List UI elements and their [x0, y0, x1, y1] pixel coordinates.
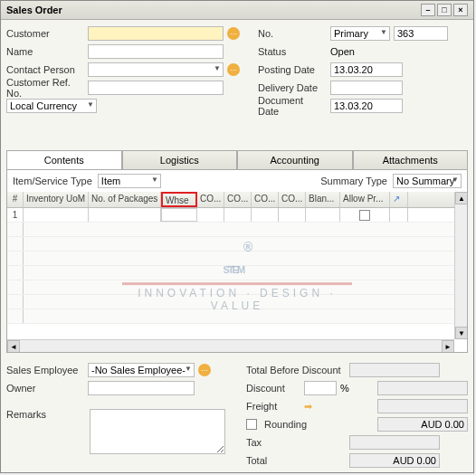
document-label: Document Date	[258, 95, 327, 117]
window-title: Sales Order	[6, 5, 62, 15]
tax-value	[349, 435, 440, 450]
name-input[interactable]	[88, 44, 224, 59]
summary-type-select[interactable]	[393, 174, 462, 188]
header-area: Customer ⋯ Name Contact Person ⋯ Custome…	[6, 25, 468, 114]
total-value	[349, 453, 440, 468]
table-row	[7, 223, 467, 237]
freight-label: Freight	[246, 401, 300, 412]
col-blanket[interactable]: Blan...	[306, 192, 340, 207]
contact-input[interactable]	[88, 62, 224, 77]
discount-value	[377, 381, 468, 395]
total-before-label: Total Before Discount	[246, 365, 346, 375]
delivery-input[interactable]	[330, 81, 403, 95]
table-row	[7, 280, 467, 295]
grid-header: # Inventory UoM No. of Packages Whse CO.…	[7, 192, 467, 208]
vertical-scrollbar[interactable]: ▲ ▼	[454, 192, 467, 339]
titlebar: Sales Order – □ ×	[1, 1, 473, 20]
owner-input[interactable]	[88, 381, 195, 395]
custref-label: Customer Ref. No.	[6, 77, 84, 99]
name-label: Name	[6, 46, 84, 57]
header-left: Customer ⋯ Name Contact Person ⋯ Custome…	[6, 25, 240, 114]
maximize-button[interactable]: □	[437, 4, 452, 16]
tabs: Contents Logistics Accounting Attachment…	[6, 150, 468, 170]
tab-attachments[interactable]: Attachments	[353, 150, 469, 169]
col-inventory-uom[interactable]: Inventory UoM	[24, 192, 89, 207]
minimize-button[interactable]: –	[421, 4, 435, 16]
customer-input[interactable]	[88, 26, 224, 41]
sales-emp-select[interactable]	[88, 363, 195, 377]
scroll-up-icon[interactable]: ▲	[455, 192, 468, 204]
tax-label: Tax	[246, 437, 346, 448]
col-packages[interactable]: No. of Packages	[89, 192, 161, 207]
sales-order-window: Sales Order – □ × Customer ⋯ Name Contac…	[0, 0, 474, 473]
no-series-select[interactable]	[330, 26, 390, 41]
document-input[interactable]	[330, 99, 403, 113]
footer-right: Total Before Discount Discount % Freight…	[246, 362, 468, 469]
posting-label: Posting Date	[258, 64, 327, 75]
header-right: No. Status Open Posting Date Delivery Da…	[258, 25, 468, 114]
scroll-right-icon[interactable]: ►	[442, 340, 454, 353]
table-row	[7, 252, 467, 266]
table-row	[7, 309, 467, 324]
remarks-input[interactable]	[90, 409, 225, 454]
remarks-label: Remarks	[6, 409, 84, 454]
table-row	[7, 237, 467, 252]
item-type-select[interactable]	[98, 174, 161, 188]
scroll-down-icon[interactable]: ▼	[455, 327, 468, 339]
contact-label: Contact Person	[6, 64, 84, 75]
col-co2[interactable]: CO...	[224, 192, 252, 207]
tab-accounting[interactable]: Accounting	[237, 150, 353, 169]
col-co1[interactable]: CO...	[197, 192, 224, 207]
total-label: Total	[246, 455, 346, 466]
allow-checkbox[interactable]	[359, 210, 370, 221]
custref-input[interactable]	[88, 81, 224, 95]
no-label: No.	[258, 28, 327, 39]
footer-left: Sales Employee ⋯ Owner Remarks	[6, 362, 228, 469]
window-content: Customer ⋯ Name Contact Person ⋯ Custome…	[1, 20, 473, 472]
posting-input[interactable]	[330, 62, 403, 77]
close-button[interactable]: ×	[453, 4, 468, 16]
sales-emp-label: Sales Employee	[6, 365, 84, 375]
total-before-value	[349, 363, 440, 377]
col-num[interactable]: #	[7, 192, 24, 207]
col-allow[interactable]: Allow Pr...	[340, 192, 390, 207]
tab-logistics[interactable]: Logistics	[122, 150, 238, 169]
col-whse[interactable]: Whse	[161, 192, 197, 207]
no-input[interactable]	[394, 26, 448, 41]
table-row	[7, 295, 467, 309]
discount-pct-sign: %	[340, 383, 349, 394]
col-expand-icon[interactable]: ↗	[390, 192, 408, 207]
scroll-left-icon[interactable]: ◄	[7, 340, 20, 353]
owner-label: Owner	[6, 383, 84, 394]
contact-picker-icon[interactable]: ⋯	[227, 63, 240, 76]
col-co4[interactable]: CO...	[279, 192, 306, 207]
item-type-label: Item/Service Type	[13, 176, 92, 186]
grid-toolbar: Item/Service Type Summary Type	[6, 170, 468, 192]
freight-value	[377, 399, 468, 413]
delivery-label: Delivery Date	[258, 82, 327, 93]
table-row[interactable]: 1	[7, 208, 467, 223]
col-co3[interactable]: CO...	[252, 192, 279, 207]
grid: STEM® INNOVATION · DESIGN · VALUE # Inve…	[6, 192, 468, 353]
status-value: Open	[330, 46, 355, 57]
rounding-checkbox[interactable]	[246, 419, 257, 430]
currency-select[interactable]	[6, 99, 97, 113]
customer-picker-icon[interactable]: ⋯	[227, 27, 240, 40]
discount-pct-input[interactable]	[304, 381, 337, 395]
footer-area: Sales Employee ⋯ Owner Remarks Total Bef…	[6, 362, 468, 469]
customer-label: Customer	[6, 28, 84, 39]
horizontal-scrollbar[interactable]: ◄ ►	[7, 339, 454, 352]
sales-emp-picker-icon[interactable]: ⋯	[198, 364, 211, 376]
rounding-label: Rounding	[264, 419, 351, 430]
tab-contents[interactable]: Contents	[6, 150, 122, 169]
row-num: 1	[7, 208, 24, 222]
rounding-value	[377, 417, 468, 432]
freight-link-icon[interactable]: ➡	[304, 401, 312, 413]
table-row	[7, 266, 467, 280]
summary-type-label: Summary Type	[320, 176, 387, 186]
status-label: Status	[258, 46, 327, 57]
discount-label: Discount	[246, 383, 300, 394]
titlebar-buttons: – □ ×	[421, 4, 468, 16]
